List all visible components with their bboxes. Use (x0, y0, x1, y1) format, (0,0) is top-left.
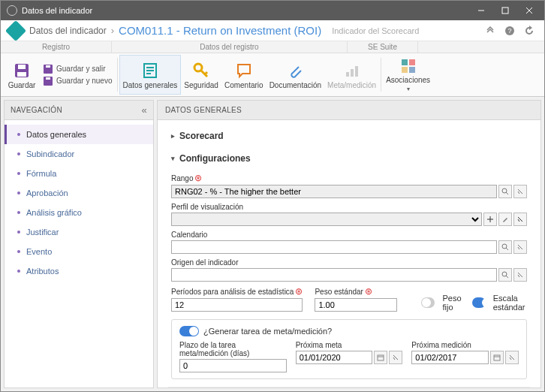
svg-rect-21 (351, 69, 354, 77)
svg-rect-23 (402, 59, 408, 65)
svg-line-28 (506, 192, 508, 194)
save-exit-button[interactable]: Guardar y salir (43, 64, 113, 74)
peso-input[interactable] (315, 298, 397, 312)
periodos-input[interactable] (171, 298, 303, 312)
svg-rect-22 (355, 66, 358, 77)
minimize-button[interactable] (469, 1, 493, 20)
asociaciones-button[interactable]: Asociaciones▾ (383, 55, 433, 95)
app-icon (7, 5, 17, 16)
nav-subindicador[interactable]: Subindicador (5, 144, 153, 164)
generar-label: ¿Generar tarea de meta/medición? (203, 327, 332, 336)
form-icon (141, 60, 159, 81)
generar-toggle[interactable] (179, 326, 199, 336)
perfil-label: Perfil de visualización (171, 203, 243, 211)
nav-aprobacion[interactable]: Aprobación (5, 183, 153, 203)
chevron-right-icon: › (111, 25, 114, 36)
chevron-down-icon: ▾ (407, 86, 410, 92)
breadcrumb-sub: Indicador del Scorecard (332, 26, 419, 35)
ribbon: Guardar Guardar y salir Guardar y nuevo … (1, 53, 544, 97)
section-scorecard[interactable]: ▸Scorecard (168, 125, 530, 147)
svg-rect-20 (346, 72, 349, 77)
calendario-label: Calendario (171, 231, 207, 239)
search-icon[interactable] (498, 240, 512, 254)
nav-title: NAVEGACIÓN (11, 106, 62, 114)
origen-label: Origen del indicador (171, 258, 239, 267)
comment-icon (235, 60, 253, 81)
perfil-select[interactable] (171, 213, 482, 226)
svg-line-32 (506, 248, 508, 250)
svg-text:?: ? (507, 27, 511, 35)
titlebar: Datos del indicador (1, 1, 544, 20)
rango-label: Rango (171, 174, 193, 182)
clear-icon[interactable] (389, 351, 402, 364)
collapse-nav-icon[interactable]: « (141, 104, 147, 116)
help-icon[interactable]: ? (502, 23, 517, 38)
svg-line-34 (506, 276, 508, 278)
close-button[interactable] (517, 1, 541, 20)
svg-rect-7 (18, 65, 26, 69)
calendar-icon[interactable] (490, 351, 504, 364)
nav-analisis-grafico[interactable]: Análisis gráfico (5, 203, 153, 222)
nav-evento[interactable]: Evento (5, 242, 153, 261)
svg-line-19 (205, 72, 207, 74)
clear-icon[interactable] (513, 268, 527, 282)
comentario-button[interactable]: Comentario (221, 55, 266, 95)
meta-medicion-button[interactable]: Meta/medición (324, 55, 379, 95)
search-icon[interactable] (498, 185, 512, 198)
save-icon (13, 60, 31, 81)
datos-generales-button[interactable]: Datos generales (119, 55, 182, 95)
peso-label: Peso estándar (315, 288, 363, 296)
proxima-meta-label: Próxima meta (296, 341, 342, 349)
calendar-icon[interactable] (374, 351, 387, 364)
svg-rect-26 (409, 67, 415, 73)
proxima-medicion-input[interactable] (411, 351, 489, 364)
rango-input[interactable] (171, 185, 497, 198)
escala-estandar-toggle[interactable] (472, 297, 486, 308)
svg-rect-37 (494, 355, 500, 360)
nav-atributos[interactable]: Atributos (5, 261, 153, 281)
plazo-input[interactable] (179, 359, 287, 372)
proxima-medicion-label: Próxima medición (411, 341, 471, 349)
attachment-icon (286, 60, 304, 81)
nav-justificar[interactable]: Justificar (5, 222, 153, 242)
periodos-label: Períodos para análisis de estadística (171, 288, 294, 296)
svg-rect-1 (502, 8, 508, 14)
nav-formula[interactable]: Fórmula (5, 164, 153, 183)
plazo-label: Plazo de la tarea meta/medición (días) (179, 341, 287, 357)
main-panel: DATOS GENERALES ▸Scorecard ▾Configuracio… (157, 100, 541, 388)
calendario-input[interactable] (171, 240, 497, 254)
svg-point-17 (194, 64, 202, 71)
clear-icon[interactable] (513, 185, 527, 198)
nav-datos-generales[interactable]: Datos generales (5, 125, 153, 144)
collapse-up-icon[interactable] (483, 23, 498, 38)
main-title: DATOS GENERALES (165, 106, 242, 114)
clear-icon[interactable] (505, 351, 519, 364)
origen-input[interactable] (171, 268, 497, 282)
maximize-button[interactable] (493, 1, 517, 20)
svg-rect-8 (17, 72, 26, 77)
section-configuraciones[interactable]: ▾Configuraciones (168, 147, 530, 170)
svg-rect-24 (409, 59, 415, 65)
refresh-icon[interactable] (522, 23, 537, 38)
save-button[interactable]: Guardar (4, 55, 40, 95)
clear-icon[interactable] (513, 240, 527, 254)
clear-icon[interactable] (513, 213, 527, 226)
save-new-button[interactable]: Guardar y nuevo (43, 76, 113, 86)
seguridad-button[interactable]: Seguridad (181, 55, 221, 95)
group-label-registro: Registro (1, 41, 112, 53)
search-icon[interactable] (498, 268, 512, 282)
grid-icon (399, 56, 417, 76)
peso-fijo-toggle[interactable] (421, 297, 435, 308)
add-icon[interactable] (483, 213, 497, 226)
proxima-meta-input[interactable] (296, 351, 373, 364)
group-label-suite: SE Suite (348, 41, 418, 53)
logo-icon (5, 20, 26, 41)
svg-rect-25 (402, 67, 408, 73)
svg-rect-10 (46, 65, 50, 68)
documentacion-button[interactable]: Documentación (266, 55, 324, 95)
edit-icon[interactable] (498, 213, 512, 226)
breadcrumb-root[interactable]: Datos del indicador (29, 26, 107, 36)
key-icon (192, 60, 210, 81)
peso-fijo-label: Peso fijo (442, 294, 464, 312)
escala-estandar-label: Escala estándar (493, 294, 534, 312)
